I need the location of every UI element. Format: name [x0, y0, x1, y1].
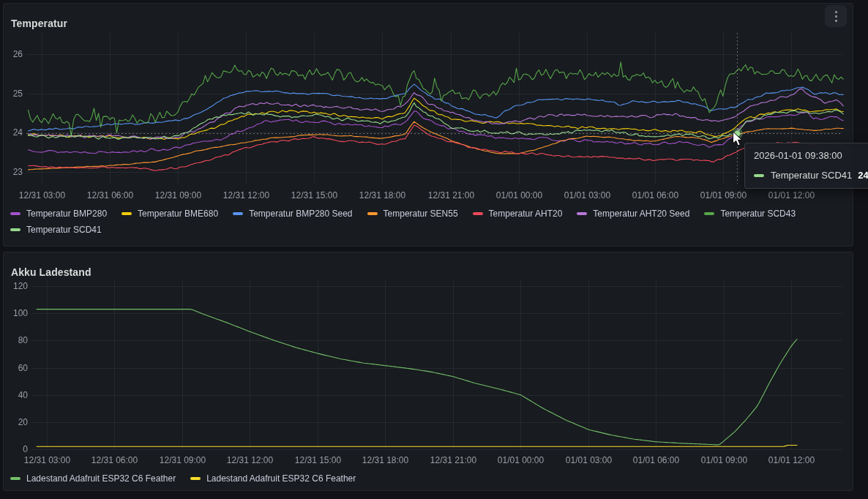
- temperature-legend-item-7[interactable]: Temperatur SCD41: [10, 224, 102, 236]
- legend-swatch-icon: [577, 212, 587, 215]
- legend-swatch-icon: [10, 228, 20, 231]
- panel-title-temperature: Temperatur: [11, 18, 67, 29]
- legend-label: Temperatur BME680: [138, 209, 218, 219]
- legend-label: Ladestand Adafruit ESP32 C6 Feather: [206, 473, 356, 484]
- legend-swatch-icon: [10, 212, 20, 215]
- legend-swatch-icon: [367, 212, 378, 215]
- panel-menu-kebab-icon[interactable]: [825, 5, 847, 27]
- legend-label: Ladestand Adafruit ESP32 C6 Feather: [26, 473, 176, 484]
- legend-label: Temperatur SCD43: [720, 209, 796, 219]
- temperature-panel: Temperatur Temperatur BMP280Temperatur B…: [3, 3, 853, 247]
- legend-label: Temperatur SEN55: [384, 209, 458, 219]
- temperature-legend-item-3[interactable]: Temperatur SEN55: [367, 208, 458, 220]
- temperature-legend-item-1[interactable]: Temperatur BME680: [121, 208, 218, 220]
- grafana-dashboard: { "panels": [ { "title": "Temperatur", "…: [0, 0, 868, 499]
- battery-chart-canvas[interactable]: [4, 252, 853, 490]
- legend-label: Temperatur BMP280 Seed: [249, 209, 352, 219]
- legend-swatch-icon: [233, 212, 243, 215]
- legend-swatch-icon: [473, 212, 483, 215]
- panel-title-battery: Akku Ladestand: [11, 266, 91, 278]
- tooltip-timestamp: 2026-01-01 09:38:00: [745, 143, 868, 165]
- legend-label: Temperatur BMP280: [26, 209, 107, 219]
- temperature-legend: Temperatur BMP280Temperatur BME680Temper…: [10, 208, 845, 236]
- legend-swatch-icon: [10, 477, 20, 480]
- tooltip-series-value: 24.0: [858, 170, 868, 181]
- battery-legend-item-0[interactable]: Ladestand Adafruit ESP32 C6 Feather: [10, 473, 176, 484]
- temperature-legend-item-0[interactable]: Temperatur BMP280: [10, 208, 107, 220]
- temperature-legend-item-5[interactable]: Temperatur AHT20 Seed: [577, 208, 689, 220]
- legend-swatch-icon: [121, 212, 132, 215]
- battery-panel: Akku Ladestand Ladestand Adafruit ESP32 …: [3, 252, 853, 491]
- legend-label: Temperatur AHT20 Seed: [593, 209, 689, 219]
- legend-swatch-icon: [704, 212, 714, 215]
- tooltip-series-swatch: [754, 174, 764, 177]
- battery-legend: Ladestand Adafruit ESP32 C6 FeatherLades…: [10, 473, 845, 484]
- legend-label: Temperatur SCD41: [26, 225, 102, 235]
- legend-swatch-icon: [190, 477, 201, 480]
- chart-tooltip: 2026-01-01 09:38:00 Temperatur SCD41 24.…: [744, 143, 868, 189]
- temperature-legend-item-4[interactable]: Temperatur AHT20: [473, 208, 563, 220]
- temperature-legend-item-6[interactable]: Temperatur SCD43: [704, 208, 796, 220]
- temperature-legend-item-2[interactable]: Temperatur BMP280 Seed: [233, 208, 352, 220]
- tooltip-series-row: Temperatur SCD41 24.0: [745, 165, 868, 188]
- tooltip-series-label: Temperatur SCD41: [771, 170, 852, 181]
- battery-legend-item-1[interactable]: Ladestand Adafruit ESP32 C6 Feather: [190, 473, 356, 484]
- legend-label: Temperatur AHT20: [489, 209, 563, 219]
